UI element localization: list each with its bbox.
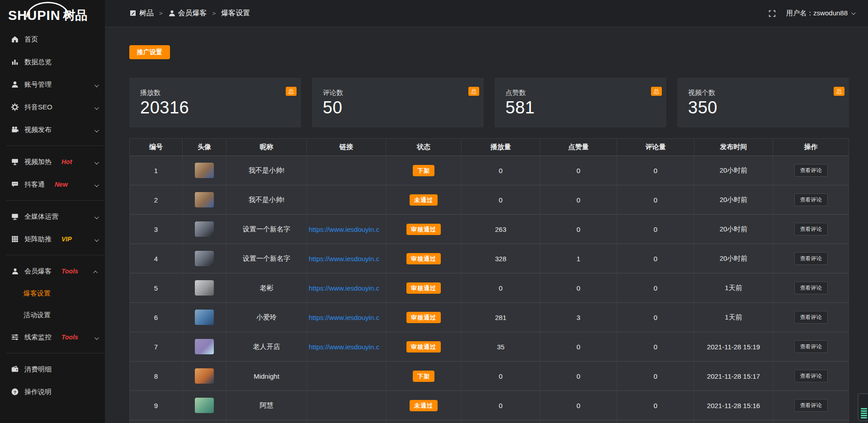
sidebar-item-0[interactable]: 首页 xyxy=(0,28,105,51)
nickname-cell: 小爱玲 xyxy=(226,303,307,332)
publish-time-cell: 20小时前 xyxy=(694,244,773,273)
stat-card-2: 点赞数总581 xyxy=(495,78,666,127)
status-gauge-widget[interactable] xyxy=(858,393,868,421)
view-comments-button[interactable]: 查看评论 xyxy=(794,164,828,177)
view-comments-button[interactable]: 查看评论 xyxy=(794,399,828,412)
sidebar-item-1[interactable]: 数据总览 xyxy=(0,51,105,73)
action-cell: 查看评论 xyxy=(773,244,849,273)
comments-cell xyxy=(617,420,694,423)
video-link[interactable]: https://www.iesdouyin.c xyxy=(309,343,379,351)
comments-cell: 0 xyxy=(617,362,694,390)
sidebar-item-9[interactable]: 全媒体运营 xyxy=(0,205,105,228)
user-menu[interactable]: 用户名：zswodun88 xyxy=(786,9,854,18)
status-cell: 审核通过 xyxy=(386,215,462,244)
publish-time-cell: 2021-11-28 15:16 xyxy=(694,391,773,420)
status-badge: 审核通过 xyxy=(406,224,441,235)
table-row: 6小爱玲https://www.iesdouyin.c审核通过281301天前查… xyxy=(130,302,849,332)
breadcrumb-item-2: 爆客设置 xyxy=(221,9,250,18)
fullscreen-icon[interactable] xyxy=(768,9,776,18)
avatar-cell xyxy=(183,332,226,361)
total-badge: 总 xyxy=(286,87,297,96)
sidebar-item-badge: Tools xyxy=(61,268,78,275)
comments-cell: 0 xyxy=(617,185,694,214)
column-header-7: 评论量 xyxy=(617,139,694,155)
breadcrumb: 树品>会员爆客>爆客设置 xyxy=(129,9,250,18)
link-cell: https://www.iesdouyin.c xyxy=(307,215,386,244)
sidebar-item-15[interactable]: 消费明细 xyxy=(0,358,105,381)
sidebar-item-3[interactable]: 抖音SEO xyxy=(0,96,105,118)
stat-card-1: 评论数总50 xyxy=(312,78,484,127)
nickname-cell: 设置一个新名字 xyxy=(226,215,307,244)
column-header-5: 播放量 xyxy=(462,139,540,155)
view-comments-button[interactable]: 查看评论 xyxy=(794,252,828,265)
action-cell: 查看评论 xyxy=(773,185,849,214)
total-badge: 总 xyxy=(834,87,844,96)
camera-icon xyxy=(11,126,19,134)
view-comments-button[interactable]: 查看评论 xyxy=(794,340,828,353)
avatar-cell xyxy=(183,273,226,302)
link-cell: https://www.iesdouyin.c xyxy=(307,244,386,273)
view-comments-button[interactable]: 查看评论 xyxy=(794,223,828,235)
publish-time-cell: 1天前 xyxy=(694,273,773,302)
sidebar-item-12[interactable]: 会员爆客Tools xyxy=(0,260,105,282)
avatar xyxy=(195,368,214,384)
view-comments-button[interactable]: 查看评论 xyxy=(794,282,828,294)
sidebar-item-label: 首页 xyxy=(24,35,38,44)
sidebar-subitem-0[interactable]: 爆客设置 xyxy=(0,282,105,304)
status-badge: 审核通过 xyxy=(406,253,441,264)
avatar-cell xyxy=(183,391,226,420)
promo-settings-button[interactable]: 推广设置 xyxy=(129,45,170,59)
comments-cell: 0 xyxy=(617,156,694,185)
avatar-cell xyxy=(183,185,226,214)
column-header-3: 链接 xyxy=(307,139,386,155)
video-link[interactable]: https://www.iesdouyin.c xyxy=(309,255,379,263)
table-row: 5老彬https://www.iesdouyin.c审核通过0001天前查看评论 xyxy=(130,273,849,302)
video-link[interactable]: https://www.iesdouyin.c xyxy=(309,226,379,233)
status-cell: 审核通过 xyxy=(386,244,462,273)
help-icon: ? xyxy=(11,388,19,396)
plays-cell: 35 xyxy=(462,332,540,361)
right-pane: 树品>会员爆客>爆客设置 用户名：zswodun88 推广设置 播放数总2031… xyxy=(105,0,868,423)
sidebar-item-2[interactable]: 账号管理 xyxy=(0,73,105,96)
likes-cell: 3 xyxy=(540,303,617,332)
breadcrumb-item-1[interactable]: 会员爆客 xyxy=(168,9,207,18)
likes-cell: 0 xyxy=(540,362,617,390)
avatar xyxy=(195,280,214,296)
video-link[interactable]: https://www.iesdouyin.c xyxy=(309,314,379,321)
view-comments-button[interactable]: 查看评论 xyxy=(794,370,828,382)
plays-cell: 0 xyxy=(462,156,540,185)
sidebar-divider xyxy=(6,146,105,146)
action-cell: 查看评论 xyxy=(773,303,849,332)
status-cell: 未通过 xyxy=(386,391,462,420)
table-row: 3设置一个新名字https://www.iesdouyin.c审核通过26300… xyxy=(130,214,849,244)
sidebar-item-label: 全媒体运营 xyxy=(24,212,58,221)
sidebar-item-badge: Tools xyxy=(61,334,78,341)
sidebar-item-10[interactable]: 矩阵助推VIP xyxy=(0,228,105,250)
total-badge: 总 xyxy=(651,87,662,96)
sidebar-item-16[interactable]: ?操作说明 xyxy=(0,381,105,403)
breadcrumb-item-0[interactable]: 树品 xyxy=(129,9,154,18)
row-id: 6 xyxy=(130,303,183,332)
column-header-4: 状态 xyxy=(386,139,462,155)
action-cell: 查看评论 xyxy=(773,215,849,244)
view-comments-button[interactable]: 查看评论 xyxy=(794,311,828,324)
sidebar-item-label: 线索监控 xyxy=(24,333,52,342)
chevron-down-icon xyxy=(94,213,98,221)
link-cell xyxy=(307,185,386,214)
sidebar-item-4[interactable]: 视频发布 xyxy=(0,118,105,141)
action-cell: 查看评论 xyxy=(773,332,849,361)
sidebar-item-13[interactable]: 线索监控Tools xyxy=(0,326,105,348)
plays-cell: 263 xyxy=(462,215,540,244)
publish-time-cell: 2021-11-28 15:17 xyxy=(694,362,773,390)
view-comments-button[interactable]: 查看评论 xyxy=(794,193,828,206)
video-link[interactable]: https://www.iesdouyin.c xyxy=(309,284,379,292)
link-cell: https://www.iesdouyin.c xyxy=(307,332,386,361)
chevron-down-icon xyxy=(94,81,98,89)
sidebar-item-label: 视频加热 xyxy=(24,158,52,166)
sidebar-item-7[interactable]: 抖客通New xyxy=(0,173,105,196)
sidebar-item-6[interactable]: 视频加热Hot xyxy=(0,150,105,173)
link-cell xyxy=(307,362,386,390)
chevron-down-icon xyxy=(94,181,98,188)
topbar-controls: 用户名：zswodun88 xyxy=(768,9,854,18)
sidebar-subitem-1[interactable]: 活动设置 xyxy=(0,304,105,326)
